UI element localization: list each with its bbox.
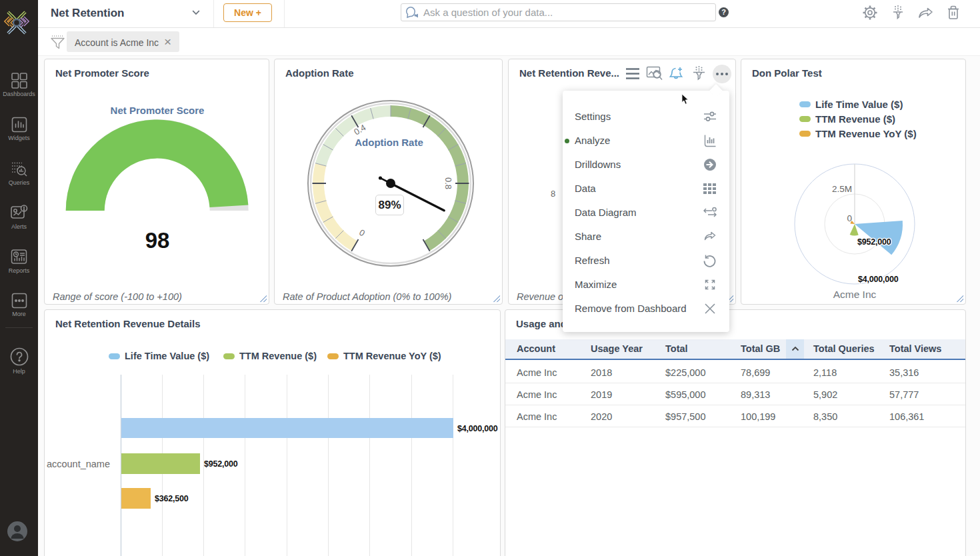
svg-text:account_name: account_name <box>47 459 110 469</box>
svg-text:2.5M: 2.5M <box>832 184 852 194</box>
svg-text:Acme Inc: Acme Inc <box>833 289 877 300</box>
svg-text:$4,000,000: $4,000,000 <box>457 424 498 433</box>
svg-text:$4,000,000: $4,000,000 <box>858 275 899 284</box>
svg-text:$362,500: $362,500 <box>155 494 189 503</box>
svg-text:$952,000: $952,000 <box>204 459 238 469</box>
svg-text:0.8: 0.8 <box>443 177 453 189</box>
svg-text:$952,000: $952,000 <box>857 237 891 247</box>
